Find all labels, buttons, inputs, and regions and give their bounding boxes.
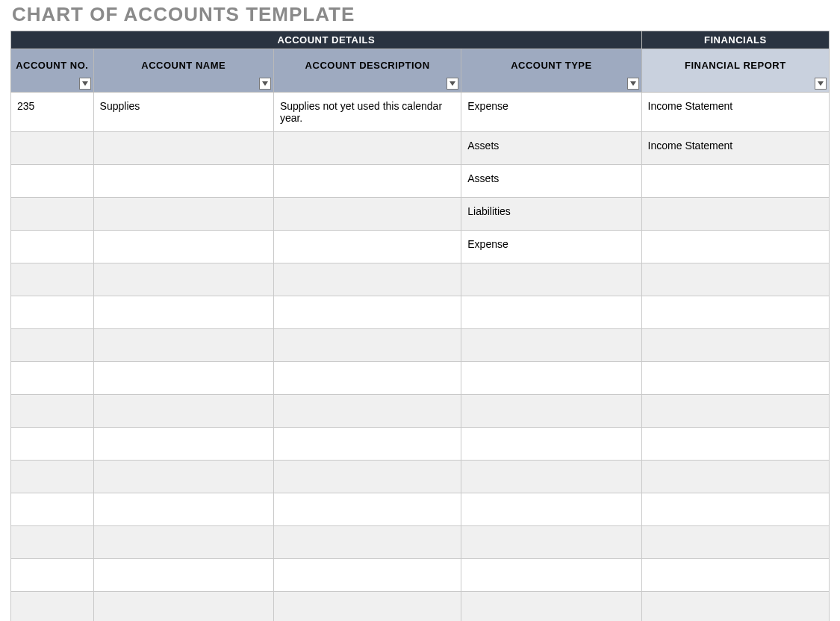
cell-type[interactable]	[461, 395, 641, 428]
cell-report[interactable]	[641, 559, 829, 592]
cell-no[interactable]	[11, 395, 94, 428]
cell-report[interactable]: Income Statement	[641, 132, 829, 165]
column-header-account-no: ACCOUNT NO.	[11, 49, 94, 93]
cell-desc[interactable]	[273, 132, 461, 165]
filter-button-account-description[interactable]	[447, 78, 458, 90]
cell-report[interactable]	[641, 428, 829, 461]
cell-type[interactable]: Assets	[461, 132, 641, 165]
cell-desc[interactable]: Supplies not yet used this calendar year…	[273, 93, 461, 132]
cell-type[interactable]	[461, 362, 641, 395]
cell-name[interactable]	[93, 362, 273, 395]
table-row: Liabilities	[11, 198, 830, 231]
cell-name[interactable]	[93, 231, 273, 263]
cell-name[interactable]	[93, 132, 273, 165]
cell-type[interactable]	[461, 592, 641, 622]
cell-report[interactable]	[641, 263, 829, 296]
table-row	[11, 493, 830, 526]
cell-no[interactable]: 235	[11, 93, 94, 132]
cell-type[interactable]	[461, 263, 641, 296]
group-header-account-details: ACCOUNT DETAILS	[11, 31, 642, 49]
cell-no[interactable]	[11, 198, 94, 231]
cell-type[interactable]	[461, 329, 641, 362]
cell-no[interactable]	[11, 461, 94, 493]
cell-desc[interactable]	[273, 428, 461, 461]
cell-type[interactable]	[461, 559, 641, 592]
cell-name[interactable]	[93, 329, 273, 362]
cell-report[interactable]	[641, 198, 829, 231]
cell-report[interactable]	[641, 231, 829, 263]
cell-report[interactable]	[641, 329, 829, 362]
cell-name[interactable]	[93, 592, 273, 622]
cell-report[interactable]	[641, 461, 829, 493]
cell-no[interactable]	[11, 493, 94, 526]
cell-no[interactable]	[11, 592, 94, 622]
cell-name[interactable]	[93, 263, 273, 296]
cell-desc[interactable]	[273, 329, 461, 362]
cell-report[interactable]	[641, 165, 829, 198]
cell-desc[interactable]	[273, 362, 461, 395]
cell-no[interactable]	[11, 362, 94, 395]
cell-desc[interactable]	[273, 493, 461, 526]
cell-type[interactable]: Expense	[461, 93, 641, 132]
cell-report[interactable]	[641, 526, 829, 559]
cell-no[interactable]	[11, 296, 94, 329]
cell-name[interactable]	[93, 559, 273, 592]
cell-report[interactable]	[641, 296, 829, 329]
filter-button-financial-report[interactable]	[815, 78, 827, 90]
cell-no[interactable]	[11, 559, 94, 592]
cell-desc[interactable]	[273, 165, 461, 198]
cell-desc[interactable]	[273, 461, 461, 493]
cell-desc[interactable]	[273, 263, 461, 296]
cell-name[interactable]: Supplies	[93, 93, 273, 132]
cell-type[interactable]	[461, 461, 641, 493]
table-row: 235SuppliesSupplies not yet used this ca…	[11, 93, 830, 132]
cell-name[interactable]	[93, 296, 273, 329]
cell-report[interactable]: Income Statement	[641, 93, 829, 132]
cell-desc[interactable]	[273, 559, 461, 592]
cell-type[interactable]: Liabilities	[461, 198, 641, 231]
cell-type[interactable]: Assets	[461, 165, 641, 198]
cell-type[interactable]	[461, 428, 641, 461]
cell-report[interactable]	[641, 493, 829, 526]
cell-name[interactable]	[93, 526, 273, 559]
column-header-account-description: ACCOUNT DESCRIPTION	[273, 49, 461, 93]
cell-desc[interactable]	[273, 592, 461, 622]
filter-button-account-type[interactable]	[627, 78, 639, 90]
cell-report[interactable]	[641, 592, 829, 622]
cell-desc[interactable]	[273, 395, 461, 428]
cell-no[interactable]	[11, 526, 94, 559]
cell-report[interactable]	[641, 395, 829, 428]
cell-name[interactable]	[93, 395, 273, 428]
cell-no[interactable]	[11, 132, 94, 165]
svg-marker-0	[82, 81, 88, 86]
cell-no[interactable]	[11, 329, 94, 362]
column-header-account-type: ACCOUNT TYPE	[461, 49, 641, 93]
cell-name[interactable]	[93, 165, 273, 198]
group-header-financials: FINANCIALS	[641, 31, 829, 49]
table-row	[11, 559, 830, 592]
cell-desc[interactable]	[273, 198, 461, 231]
cell-report[interactable]	[641, 362, 829, 395]
cell-desc[interactable]	[273, 296, 461, 329]
filter-button-account-name[interactable]	[259, 78, 271, 90]
cell-desc[interactable]	[273, 526, 461, 559]
cell-name[interactable]	[93, 428, 273, 461]
filter-button-account-no[interactable]	[79, 78, 91, 90]
page-title: CHART OF ACCOUNTS TEMPLATE	[12, 3, 830, 26]
cell-no[interactable]	[11, 165, 94, 198]
cell-desc[interactable]	[273, 231, 461, 263]
cell-name[interactable]	[93, 198, 273, 231]
column-header-label: ACCOUNT NAME	[141, 60, 225, 71]
cell-type[interactable]	[461, 526, 641, 559]
cell-type[interactable]	[461, 296, 641, 329]
cell-name[interactable]	[93, 493, 273, 526]
cell-no[interactable]	[11, 231, 94, 263]
cell-no[interactable]	[11, 263, 94, 296]
cell-name[interactable]	[93, 461, 273, 493]
cell-type[interactable]	[461, 493, 641, 526]
cell-type[interactable]: Expense	[461, 231, 641, 263]
table-row	[11, 362, 830, 395]
cell-no[interactable]	[11, 428, 94, 461]
chevron-down-icon	[262, 81, 268, 86]
column-header-financial-report: FINANCIAL REPORT	[641, 49, 829, 93]
